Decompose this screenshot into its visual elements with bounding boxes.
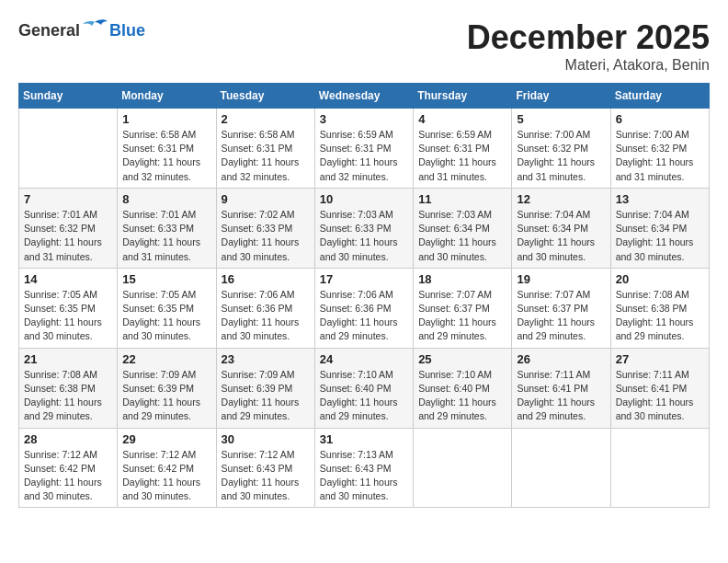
day-info: Sunrise: 7:03 AMSunset: 6:33 PMDaylight:… (320, 208, 408, 264)
day-number: 16 (222, 272, 310, 286)
day-info: Sunrise: 7:04 AMSunset: 6:34 PMDaylight:… (616, 208, 704, 264)
day-info: Sunrise: 7:01 AMSunset: 6:32 PMDaylight:… (24, 208, 112, 264)
day-info: Sunrise: 7:07 AMSunset: 6:37 PMDaylight:… (517, 288, 605, 344)
day-info: Sunrise: 7:12 AMSunset: 6:43 PMDaylight:… (222, 448, 310, 504)
day-number: 3 (320, 112, 408, 126)
day-info: Sunrise: 7:00 AMSunset: 6:32 PMDaylight:… (616, 128, 704, 184)
calendar-cell: 27Sunrise: 7:11 AMSunset: 6:41 PMDayligh… (610, 348, 709, 428)
day-info: Sunrise: 7:13 AMSunset: 6:43 PMDaylight:… (320, 448, 408, 504)
calendar-day-header: Thursday (414, 84, 512, 109)
calendar-cell: 13Sunrise: 7:04 AMSunset: 6:34 PMDayligh… (610, 188, 709, 268)
calendar-cell: 18Sunrise: 7:07 AMSunset: 6:37 PMDayligh… (414, 268, 512, 348)
calendar-cell: 5Sunrise: 7:00 AMSunset: 6:32 PMDaylight… (512, 109, 610, 189)
logo-blue-text: Blue (109, 21, 145, 40)
day-number: 20 (616, 272, 704, 286)
calendar-cell: 1Sunrise: 6:58 AMSunset: 6:31 PMDaylight… (118, 109, 216, 189)
day-info: Sunrise: 7:00 AMSunset: 6:32 PMDaylight:… (517, 128, 605, 184)
day-number: 25 (418, 352, 506, 366)
day-number: 18 (418, 272, 506, 286)
calendar-cell: 26Sunrise: 7:11 AMSunset: 6:41 PMDayligh… (512, 348, 610, 428)
day-number: 12 (517, 192, 605, 206)
day-info: Sunrise: 6:58 AMSunset: 6:31 PMDaylight:… (222, 128, 310, 184)
day-number: 2 (222, 112, 310, 126)
calendar-cell: 20Sunrise: 7:08 AMSunset: 6:38 PMDayligh… (610, 268, 709, 348)
logo-general-text: General (18, 21, 80, 40)
day-number: 30 (222, 432, 310, 446)
day-info: Sunrise: 7:09 AMSunset: 6:39 PMDaylight:… (222, 368, 310, 424)
calendar-cell: 25Sunrise: 7:10 AMSunset: 6:40 PMDayligh… (414, 348, 512, 428)
calendar-cell: 7Sunrise: 7:01 AMSunset: 6:32 PMDaylight… (19, 188, 118, 268)
day-number: 11 (418, 192, 506, 206)
calendar-cell: 9Sunrise: 7:02 AMSunset: 6:33 PMDaylight… (216, 188, 314, 268)
logo: General Blue (18, 18, 145, 42)
calendar-week-row: 1Sunrise: 6:58 AMSunset: 6:31 PMDaylight… (19, 109, 710, 189)
day-number: 9 (222, 192, 310, 206)
day-info: Sunrise: 6:59 AMSunset: 6:31 PMDaylight:… (418, 128, 506, 184)
day-number: 28 (24, 432, 112, 446)
calendar-cell: 10Sunrise: 7:03 AMSunset: 6:33 PMDayligh… (314, 188, 413, 268)
day-info: Sunrise: 7:06 AMSunset: 6:36 PMDaylight:… (320, 288, 408, 344)
calendar-cell: 21Sunrise: 7:08 AMSunset: 6:38 PMDayligh… (19, 348, 118, 428)
day-number: 4 (418, 112, 506, 126)
calendar-week-row: 21Sunrise: 7:08 AMSunset: 6:38 PMDayligh… (19, 348, 710, 428)
day-info: Sunrise: 7:11 AMSunset: 6:41 PMDaylight:… (616, 368, 704, 424)
day-info: Sunrise: 7:01 AMSunset: 6:33 PMDaylight:… (122, 208, 210, 264)
day-number: 17 (320, 272, 408, 286)
day-info: Sunrise: 7:12 AMSunset: 6:42 PMDaylight:… (24, 448, 112, 504)
day-info: Sunrise: 7:11 AMSunset: 6:41 PMDaylight:… (517, 368, 605, 424)
day-info: Sunrise: 6:58 AMSunset: 6:31 PMDaylight:… (122, 128, 210, 184)
day-number: 7 (24, 192, 112, 206)
day-number: 23 (222, 352, 310, 366)
day-number: 8 (122, 192, 210, 206)
day-info: Sunrise: 6:59 AMSunset: 6:31 PMDaylight:… (320, 128, 408, 184)
calendar-day-header: Friday (512, 84, 610, 109)
day-number: 26 (517, 352, 605, 366)
day-number: 21 (24, 352, 112, 366)
logo-bird-icon (81, 18, 108, 42)
day-info: Sunrise: 7:06 AMSunset: 6:36 PMDaylight:… (222, 288, 310, 344)
location: Materi, Atakora, Benin (467, 57, 710, 74)
day-number: 10 (320, 192, 408, 206)
calendar-cell: 12Sunrise: 7:04 AMSunset: 6:34 PMDayligh… (512, 188, 610, 268)
calendar-cell: 28Sunrise: 7:12 AMSunset: 6:42 PMDayligh… (19, 428, 118, 508)
day-number: 13 (616, 192, 704, 206)
calendar-day-header: Monday (118, 84, 216, 109)
day-number: 19 (517, 272, 605, 286)
day-info: Sunrise: 7:07 AMSunset: 6:37 PMDaylight:… (418, 288, 506, 344)
calendar-cell (610, 428, 709, 508)
calendar-cell: 17Sunrise: 7:06 AMSunset: 6:36 PMDayligh… (314, 268, 413, 348)
calendar-cell: 22Sunrise: 7:09 AMSunset: 6:39 PMDayligh… (118, 348, 216, 428)
day-number: 15 (122, 272, 210, 286)
calendar-cell (414, 428, 512, 508)
day-info: Sunrise: 7:05 AMSunset: 6:35 PMDaylight:… (24, 288, 112, 344)
calendar-day-header: Wednesday (314, 84, 413, 109)
day-info: Sunrise: 7:09 AMSunset: 6:39 PMDaylight:… (122, 368, 210, 424)
calendar-cell: 11Sunrise: 7:03 AMSunset: 6:34 PMDayligh… (414, 188, 512, 268)
day-info: Sunrise: 7:10 AMSunset: 6:40 PMDaylight:… (418, 368, 506, 424)
calendar-cell: 29Sunrise: 7:12 AMSunset: 6:42 PMDayligh… (118, 428, 216, 508)
day-info: Sunrise: 7:03 AMSunset: 6:34 PMDaylight:… (418, 208, 506, 264)
day-number: 1 (122, 112, 210, 126)
day-number: 14 (24, 272, 112, 286)
day-number: 31 (320, 432, 408, 446)
day-info: Sunrise: 7:04 AMSunset: 6:34 PMDaylight:… (517, 208, 605, 264)
calendar-table: SundayMondayTuesdayWednesdayThursdayFrid… (18, 83, 710, 508)
day-info: Sunrise: 7:08 AMSunset: 6:38 PMDaylight:… (616, 288, 704, 344)
calendar-cell: 24Sunrise: 7:10 AMSunset: 6:40 PMDayligh… (314, 348, 413, 428)
calendar-cell: 16Sunrise: 7:06 AMSunset: 6:36 PMDayligh… (216, 268, 314, 348)
day-number: 24 (320, 352, 408, 366)
day-info: Sunrise: 7:08 AMSunset: 6:38 PMDaylight:… (24, 368, 112, 424)
calendar-day-header: Saturday (610, 84, 709, 109)
page-header: General Blue December 2025 Materi, Atako… (18, 18, 710, 74)
month-title: December 2025 (467, 18, 710, 57)
calendar-day-header: Tuesday (216, 84, 314, 109)
calendar-cell (19, 109, 118, 189)
calendar-cell: 15Sunrise: 7:05 AMSunset: 6:35 PMDayligh… (118, 268, 216, 348)
calendar-cell: 14Sunrise: 7:05 AMSunset: 6:35 PMDayligh… (19, 268, 118, 348)
calendar-day-header: Sunday (19, 84, 118, 109)
calendar-week-row: 28Sunrise: 7:12 AMSunset: 6:42 PMDayligh… (19, 428, 710, 508)
title-block: December 2025 Materi, Atakora, Benin (467, 18, 710, 74)
calendar-cell: 2Sunrise: 6:58 AMSunset: 6:31 PMDaylight… (216, 109, 314, 189)
calendar-cell (512, 428, 610, 508)
calendar-cell: 6Sunrise: 7:00 AMSunset: 6:32 PMDaylight… (610, 109, 709, 189)
